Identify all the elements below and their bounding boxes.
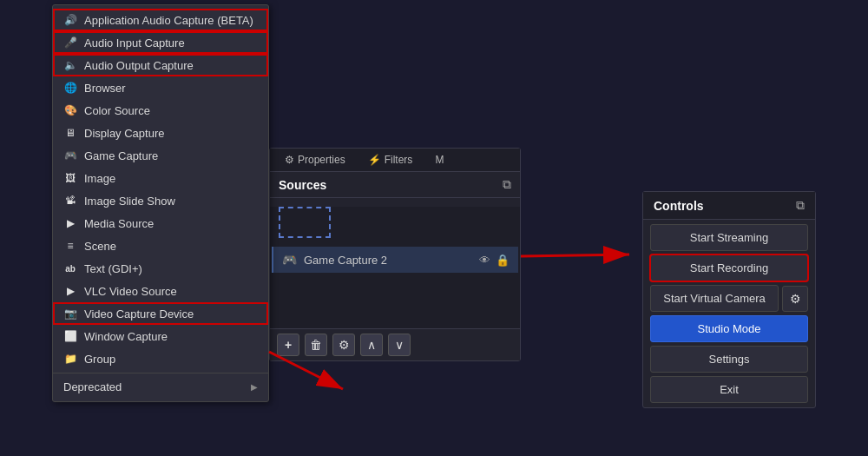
window-capture-icon: ⬜ (63, 329, 77, 343)
scene-icon: ≡ (63, 239, 77, 253)
virtual-camera-row: Start Virtual Camera ⚙ (650, 285, 808, 312)
virtual-camera-settings-button[interactable]: ⚙ (782, 286, 808, 312)
sources-header: Sources ⧉ (270, 172, 520, 198)
properties-gear-icon: ⚙ (285, 154, 294, 166)
controls-popout-icon[interactable]: ⧉ (796, 198, 805, 213)
source-eye-icon[interactable]: 👁 (479, 254, 490, 267)
tab-properties-label: Properties (298, 154, 345, 166)
source-down-button[interactable]: ∨ (388, 334, 411, 356)
filters-icon: ⚡ (368, 154, 381, 166)
source-game-icon: 🎮 (282, 253, 297, 267)
sources-title: Sources (279, 178, 326, 192)
source-up-button[interactable]: ∧ (360, 334, 383, 356)
menu-item-audio-output[interactable]: 🔈 Audio Output Capture (53, 54, 268, 76)
image-icon: 🖼 (63, 171, 77, 185)
menu-item-audio-input[interactable]: 🎤 Audio Input Capture (53, 31, 268, 54)
menu-item-image-slideshow[interactable]: 📽 Image Slide Show (53, 189, 268, 212)
tab-m[interactable]: M (424, 149, 454, 171)
menu-item-browser[interactable]: 🌐 Browser (53, 76, 268, 99)
image-slideshow-icon: 📽 (63, 194, 77, 208)
game-capture-icon: 🎮 (63, 149, 77, 162)
up-icon: ∧ (367, 338, 376, 352)
context-menu[interactable]: 🔊 Application Audio Capture (BETA) 🎤 Aud… (52, 4, 269, 402)
studio-mode-button[interactable]: Studio Mode (650, 315, 808, 342)
video-capture-icon: 📷 (63, 307, 77, 321)
source-item-game-capture[interactable]: 🎮 Game Capture 2 👁 🔒 (272, 247, 518, 273)
tab-m-label: M (435, 154, 444, 166)
menu-item-scene[interactable]: ≡ Scene (53, 235, 268, 257)
source-lock-icon[interactable]: 🔒 (496, 254, 510, 267)
menu-item-text-gdi-label: Text (GDI+) (84, 262, 142, 275)
settings-button[interactable]: Settings (650, 346, 808, 373)
source-settings-icon: ⚙ (339, 338, 350, 352)
menu-item-vlc-video-label: VLC Video Source (84, 285, 177, 298)
panel-tabs: ⚙ Properties ⚡ Filters M (270, 149, 520, 172)
controls-header: Controls ⧉ (643, 192, 815, 220)
menu-item-app-audio-label: Application Audio Capture (BETA) (84, 14, 253, 27)
start-recording-button[interactable]: Start Recording (650, 254, 808, 281)
studio-mode-label: Studio Mode (698, 322, 761, 335)
audio-input-icon: 🎤 (63, 36, 77, 50)
remove-source-button[interactable]: 🗑 (305, 334, 327, 356)
add-source-button[interactable]: + (277, 334, 299, 356)
display-capture-icon: 🖥 (63, 126, 77, 140)
source-game-label: Game Capture 2 (304, 254, 472, 267)
add-icon: + (285, 338, 292, 352)
menu-item-app-audio[interactable]: 🔊 Application Audio Capture (BETA) (53, 9, 268, 31)
tab-properties[interactable]: ⚙ Properties (274, 149, 356, 171)
color-source-icon: 🎨 (63, 103, 77, 117)
menu-item-display-capture[interactable]: 🖥 Display Capture (53, 122, 268, 144)
menu-item-color-source-label: Color Source (84, 104, 150, 117)
menu-item-image[interactable]: 🖼 Image (53, 167, 268, 189)
sources-toolbar: + 🗑 ⚙ ∧ ∨ (270, 328, 520, 360)
menu-item-audio-input-label: Audio Input Capture (84, 36, 185, 50)
start-recording-label: Start Recording (690, 261, 768, 274)
media-source-icon: ▶ (63, 216, 77, 230)
menu-divider (53, 373, 268, 373)
menu-item-image-label: Image (84, 172, 115, 185)
browser-icon: 🌐 (63, 81, 77, 95)
remove-icon: 🗑 (310, 338, 322, 352)
virtual-camera-settings-icon: ⚙ (790, 292, 801, 306)
menu-item-media-source-label: Media Source (84, 217, 154, 230)
menu-item-media-source[interactable]: ▶ Media Source (53, 212, 268, 235)
tab-filters[interactable]: ⚡ Filters (358, 149, 424, 171)
menu-item-game-capture-label: Game Capture (84, 149, 158, 162)
sources-body: 🎮 Game Capture 2 👁 🔒 (270, 207, 520, 328)
menu-item-window-capture-label: Window Capture (84, 330, 168, 343)
menu-item-game-capture[interactable]: 🎮 Game Capture (53, 144, 268, 167)
sources-popout-icon[interactable]: ⧉ (503, 177, 511, 192)
source-actions: 👁 🔒 (479, 254, 510, 267)
menu-item-video-capture-label: Video Capture Device (84, 307, 194, 321)
sources-panel: ⚙ Properties ⚡ Filters M Sources ⧉ 🎮 Gam… (269, 148, 521, 361)
start-virtual-camera-button[interactable]: Start Virtual Camera (650, 285, 779, 312)
menu-item-deprecated-label: Deprecated (63, 380, 122, 393)
tab-filters-label: Filters (385, 154, 413, 166)
vlc-video-icon: ▶ (63, 284, 77, 298)
start-streaming-label: Start Streaming (690, 231, 768, 244)
menu-item-group[interactable]: 📁 Group (53, 347, 268, 370)
menu-item-display-capture-label: Display Capture (84, 127, 165, 140)
start-streaming-button[interactable]: Start Streaming (650, 224, 808, 251)
text-gdi-icon: ab (63, 261, 77, 275)
menu-item-text-gdi[interactable]: ab Text (GDI+) (53, 257, 268, 280)
deprecated-arrow-icon: ▶ (251, 382, 258, 392)
menu-item-group-label: Group (84, 353, 115, 366)
menu-item-video-capture[interactable]: 📷 Video Capture Device (53, 302, 268, 325)
group-icon: 📁 (63, 352, 77, 366)
menu-item-color-source[interactable]: 🎨 Color Source (53, 99, 268, 122)
menu-item-vlc-video[interactable]: ▶ VLC Video Source (53, 280, 268, 302)
down-icon: ∨ (395, 338, 404, 352)
menu-item-window-capture[interactable]: ⬜ Window Capture (53, 325, 268, 347)
source-settings-button[interactable]: ⚙ (332, 334, 355, 356)
controls-title: Controls (654, 199, 704, 213)
start-virtual-camera-label: Start Virtual Camera (663, 292, 766, 305)
menu-item-browser-label: Browser (84, 82, 126, 95)
audio-output-icon: 🔈 (63, 58, 77, 72)
menu-item-scene-label: Scene (84, 240, 116, 253)
menu-item-audio-output-label: Audio Output Capture (84, 59, 194, 72)
exit-button[interactable]: Exit (650, 376, 808, 403)
controls-panel: Controls ⧉ Start Streaming Start Recordi… (642, 191, 816, 408)
menu-item-deprecated[interactable]: Deprecated ▶ (53, 376, 268, 398)
app-audio-icon: 🔊 (63, 13, 77, 27)
